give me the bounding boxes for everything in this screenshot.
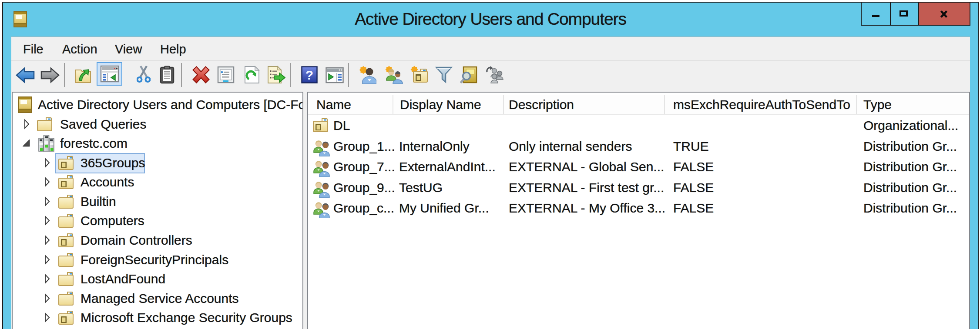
- svg-text:?: ?: [305, 68, 313, 82]
